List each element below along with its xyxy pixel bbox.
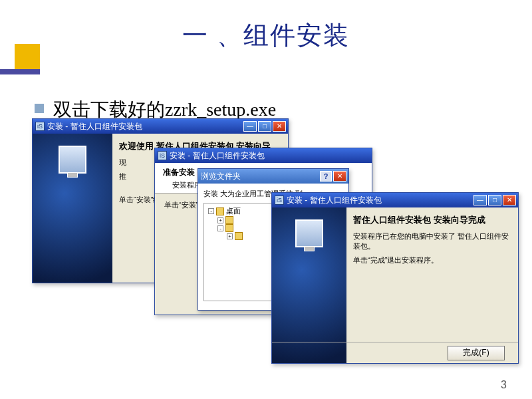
installer-icon: iS — [158, 151, 167, 160]
tree-expand-icon[interactable]: - — [208, 208, 214, 214]
decor-strip — [0, 69, 40, 74]
tree-label: 桌面 — [226, 206, 241, 216]
win4-line-a: 安装程序已在您的电脑中安装了 暂住人口组件安装包。 — [353, 231, 511, 251]
computer-icon — [59, 146, 86, 174]
maximize-button[interactable]: □ — [488, 195, 501, 205]
win4-title: 安装 - 暂住人口组件安装包 — [287, 195, 473, 206]
computer-icon — [295, 219, 323, 247]
wizard-banner — [272, 207, 346, 363]
win4-button-bar: 完成(F) — [272, 342, 518, 363]
tree-expand-icon[interactable]: + — [217, 217, 223, 223]
help-button[interactable]: ? — [320, 171, 332, 182]
installer-icon: iS — [275, 196, 284, 205]
bullet-marker — [35, 104, 44, 113]
win4-titlebar: iS 安装 - 暂住人口组件安装包 — □ ✕ — [272, 193, 518, 207]
tree-expand-icon[interactable]: - — [217, 225, 223, 231]
minimize-button[interactable]: — — [243, 121, 257, 132]
folder-icon — [235, 232, 243, 240]
wizard-banner — [33, 134, 112, 283]
win4-line-b: 单击“完成”退出安装程序。 — [353, 255, 511, 265]
minimize-button[interactable]: — — [473, 195, 487, 205]
folder-icon — [225, 216, 233, 224]
win1-titlebar: iS 安装 - 暂住人口组件安装包 — □ ✕ — [33, 119, 288, 134]
close-button[interactable]: ✕ — [273, 121, 286, 132]
slide-title: 一 、组件安装 — [0, 19, 532, 53]
close-button[interactable]: ✕ — [503, 195, 516, 205]
installer-icon: iS — [35, 122, 45, 131]
win4-heading: 暂住人口组件安装包 安装向导完成 — [353, 214, 511, 226]
win3-titlebar: 浏览文件夹 ? ✕ — [198, 169, 348, 184]
close-button[interactable]: ✕ — [333, 171, 346, 182]
maximize-button[interactable]: □ — [258, 121, 271, 132]
win2-title: 安装 - 暂住人口组件安装包 — [170, 150, 370, 162]
tree-expand-icon[interactable]: + — [227, 233, 233, 239]
folder-icon — [216, 207, 224, 215]
folder-icon — [225, 224, 233, 232]
finish-button[interactable]: 完成(F) — [448, 346, 505, 360]
win1-title: 安装 - 暂住人口组件安装包 — [47, 121, 243, 132]
page-number: 3 — [501, 379, 507, 391]
win2-titlebar: iS 安装 - 暂住人口组件安装包 — [155, 148, 372, 163]
win3-title: 浏览文件夹 — [201, 171, 320, 182]
